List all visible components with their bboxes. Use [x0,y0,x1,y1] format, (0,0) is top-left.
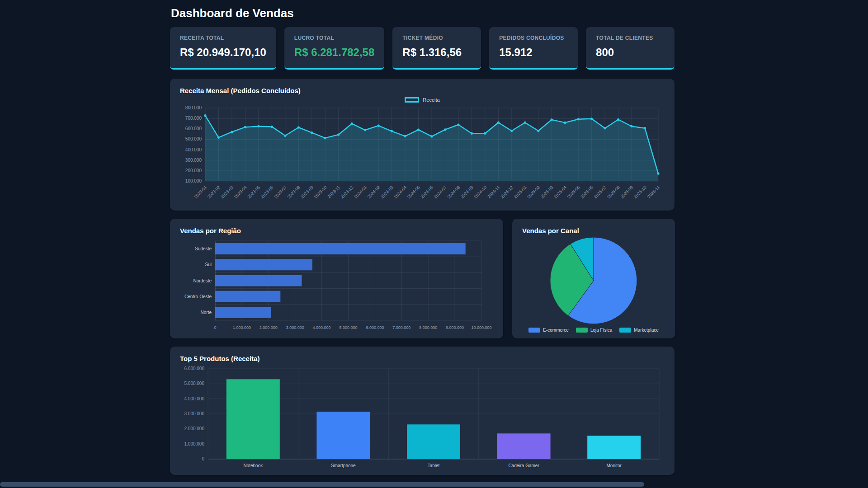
panel-vendas-regiao: Vendas por Região 01.000.0002.000.0003.0… [170,219,503,338]
svg-text:Notebook: Notebook [243,463,263,468]
svg-text:400.000: 400.000 [185,147,202,152]
kpi-card-total-clientes: TOTAL DE CLIENTES 800 [586,27,675,70]
svg-text:2023-08: 2023-08 [286,185,301,199]
kpi-value: 800 [596,46,665,59]
kpi-value: 15.912 [499,46,568,59]
svg-text:2025-11: 2025-11 [646,185,660,199]
kpi-label: TICKET MÉDIO [402,35,471,41]
svg-text:2023-01: 2023-01 [193,185,208,199]
svg-text:2024-01: 2024-01 [353,185,368,199]
legend-swatch-marketplace [619,328,631,333]
legend-swatch-loja-fisica [576,328,588,333]
legend-receita[interactable]: Receita [180,95,665,104]
svg-text:0: 0 [202,456,204,461]
svg-text:600.000: 600.000 [185,126,202,131]
svg-text:200.000: 200.000 [185,168,202,173]
svg-text:Smartphone: Smartphone [331,463,356,468]
svg-text:2.000.000: 2.000.000 [259,325,278,330]
svg-text:3.000.000: 3.000.000 [286,325,304,330]
svg-text:2025-04: 2025-04 [553,185,567,199]
svg-text:2025-05: 2025-05 [566,185,580,199]
svg-text:Nordeste: Nordeste [193,278,212,283]
horizontal-scrollbar-thumb[interactable] [0,482,644,487]
pie-legend: E-commerce Loja Física Marketplace [522,328,665,333]
bar-chart-vendas-regiao: 01.000.0002.000.0003.000.0004.000.0005.0… [180,238,493,334]
kpi-card-receita-total: RECEITA TOTAL R$ 20.949.170,10 [170,27,276,70]
legend-label-receita: Receita [423,97,439,103]
kpi-value: R$ 20.949.170,10 [180,46,266,59]
legend-label-loja-fisica: Loja Física [590,328,612,333]
kpi-card-lucro-total: LUCRO TOTAL R$ 6.281.782,58 [284,27,384,70]
svg-text:Sudeste: Sudeste [195,246,212,251]
svg-text:2024-06: 2024-06 [420,185,434,199]
legend-item-ecommerce[interactable]: E-commerce [528,328,569,333]
svg-text:2023-07: 2023-07 [273,185,288,199]
legend-swatch-receita [405,97,419,103]
dashboard-content: Dashboard de Vendas RECEITA TOTAL R$ 20.… [170,0,675,475]
svg-text:2023-09: 2023-09 [300,185,314,199]
svg-text:3.000.000: 3.000.000 [184,411,205,416]
panel-title-top-produtos: Top 5 Produtos (Receita) [180,355,665,362]
svg-text:6.000.000: 6.000.000 [184,366,205,371]
panel-title-vendas-canal: Vendas por Canal [522,227,665,235]
svg-text:2023-06: 2023-06 [259,185,274,199]
svg-text:2025-02: 2025-02 [526,185,541,199]
legend-item-marketplace[interactable]: Marketplace [619,328,658,333]
svg-text:4.000.000: 4.000.000 [184,396,205,401]
svg-text:2023-12: 2023-12 [340,185,354,199]
svg-text:Sul: Sul [205,262,212,267]
svg-text:2024-02: 2024-02 [366,185,381,199]
panel-title-receita-mensal: Receita Mensal (Pedidos Concluídos) [180,87,665,94]
svg-text:Cadeira Gamer: Cadeira Gamer [508,463,539,468]
svg-text:100.000: 100.000 [185,178,202,183]
svg-text:2025-08: 2025-08 [606,185,621,199]
svg-text:300.000: 300.000 [185,158,202,163]
svg-text:2025-09: 2025-09 [619,185,634,199]
svg-text:2024-10: 2024-10 [473,185,487,199]
svg-text:2024-03: 2024-03 [380,185,394,199]
middle-row: Vendas por Região 01.000.0002.000.0003.0… [170,219,675,338]
svg-text:8.000.000: 8.000.000 [419,325,437,330]
svg-text:2024-11: 2024-11 [486,185,501,199]
svg-text:2023-03: 2023-03 [220,185,234,199]
kpi-value: R$ 6.281.782,58 [294,46,374,59]
svg-text:10.000.000: 10.000.000 [471,325,491,330]
svg-text:2025-01: 2025-01 [513,185,527,199]
svg-text:500.000: 500.000 [185,136,202,141]
svg-text:7.000.000: 7.000.000 [392,325,410,330]
kpi-label: RECEITA TOTAL [180,35,266,41]
svg-text:800.000: 800.000 [185,105,202,110]
svg-text:1.000.000: 1.000.000 [184,441,205,446]
kpi-row: RECEITA TOTAL R$ 20.949.170,10 LUCRO TOT… [170,27,675,70]
svg-text:4.000.000: 4.000.000 [313,325,331,330]
svg-text:2025-10: 2025-10 [633,185,647,199]
kpi-label: LUCRO TOTAL [294,35,374,41]
svg-text:2024-07: 2024-07 [433,185,447,199]
svg-text:2023-10: 2023-10 [313,185,327,199]
svg-text:9.000.000: 9.000.000 [446,325,464,330]
panel-title-vendas-regiao: Vendas por Região [180,227,493,235]
svg-text:2024-12: 2024-12 [500,185,514,199]
panel-top-produtos: Top 5 Produtos (Receita) 01.000.0002.000… [170,347,675,475]
svg-text:2025-07: 2025-07 [593,185,607,199]
page-title: Dashboard de Vendas [171,6,675,20]
svg-text:2024-08: 2024-08 [446,185,461,199]
svg-text:5.000.000: 5.000.000 [339,325,357,330]
svg-text:Tablet: Tablet [428,463,440,468]
svg-text:Centro-Oeste: Centro-Oeste [184,294,212,299]
panel-vendas-canal: Vendas por Canal E-commerce Loja Física … [512,219,675,338]
svg-text:2025-03: 2025-03 [539,185,554,199]
legend-item-loja-fisica[interactable]: Loja Física [576,328,612,333]
kpi-card-ticket-medio: TICKET MÉDIO R$ 1.316,56 [392,27,481,70]
bar-chart-top-produtos: 01.000.0002.000.0003.000.0004.000.0005.0… [180,365,665,473]
legend-label-marketplace: Marketplace [634,328,658,333]
svg-text:5.000.000: 5.000.000 [184,381,205,386]
svg-text:2023-05: 2023-05 [246,185,261,199]
svg-text:2023-02: 2023-02 [206,185,221,199]
kpi-value: R$ 1.316,56 [402,46,471,59]
kpi-label: PEDIDOS CONCLUÍDOS [499,35,568,41]
svg-text:2.000.000: 2.000.000 [184,426,205,431]
pie-chart-vendas-canal [522,236,665,325]
kpi-label: TOTAL DE CLIENTES [596,35,665,41]
svg-text:2025-06: 2025-06 [580,185,594,199]
